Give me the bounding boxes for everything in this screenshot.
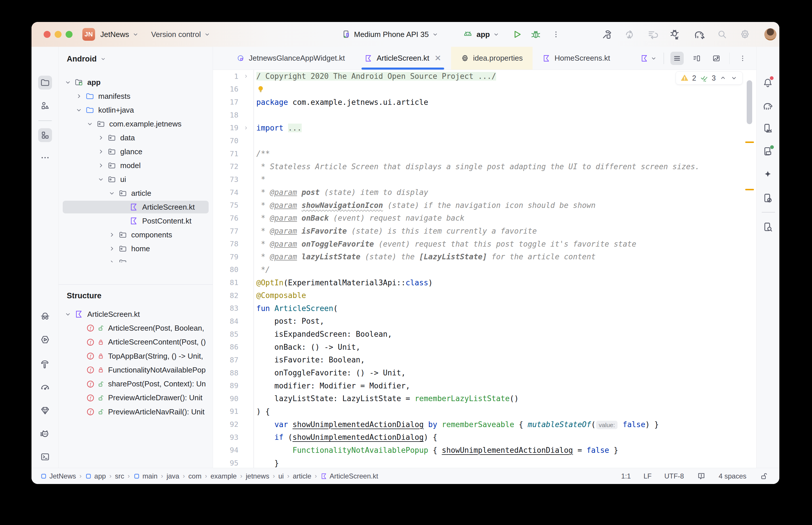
- user-avatar[interactable]: [764, 28, 777, 41]
- code-line-84[interactable]: 84 post: Post,: [213, 315, 756, 328]
- breadcrumb-item-src[interactable]: src: [115, 472, 124, 480]
- gradle-sync-icon[interactable]: [693, 22, 705, 47]
- panel-divider[interactable]: [59, 284, 213, 285]
- running-devices-icon[interactable]: [761, 145, 775, 158]
- debug-button[interactable]: [530, 22, 541, 47]
- notifications-bell-icon[interactable]: [761, 76, 775, 90]
- project-tool-icon[interactable]: [38, 76, 52, 90]
- editor-tab-JetnewsGlanceAppWidget.kt[interactable]: JetnewsGlanceAppWidget.kt: [227, 47, 355, 70]
- editor-tab-ArticleScreen.kt[interactable]: ArticleScreen.kt✕: [355, 47, 451, 70]
- breadcrumb-item-jetnews[interactable]: jetnews: [246, 472, 269, 480]
- breadcrumb-item-app[interactable]: app: [85, 472, 106, 480]
- build-hammer-icon[interactable]: [601, 22, 612, 47]
- project-view-selector[interactable]: Android: [67, 51, 106, 67]
- code-line-95[interactable]: 95 }: [213, 456, 756, 468]
- code-line-94[interactable]: 94 FunctionalityNotAvailablePopup { show…: [213, 444, 756, 457]
- breadcrumb-item-main[interactable]: main: [133, 472, 158, 480]
- project-tree-item-app[interactable]: app: [59, 75, 213, 89]
- code-line-17[interactable]: 17package com.example.jetnews.ui.article: [213, 95, 756, 109]
- previous-issue-icon[interactable]: [719, 74, 727, 82]
- device-explorer-icon[interactable]: [761, 220, 775, 234]
- gemini-sparkle-icon[interactable]: [761, 168, 775, 182]
- code-line-76[interactable]: 76 * @param onBack (event) request navig…: [213, 212, 756, 225]
- code-line-85[interactable]: 85 isExpandedScreen: Boolean,: [213, 328, 756, 341]
- close-icon[interactable]: ✕: [434, 54, 441, 63]
- structure-item[interactable]: fPreviewArticleNavRail(): Unit: [59, 405, 213, 419]
- line-ending[interactable]: LF: [644, 472, 652, 480]
- code-line-90[interactable]: 90 lazyListState: LazyListState = rememb…: [213, 392, 756, 405]
- breadcrumb-item-com[interactable]: com: [188, 472, 202, 480]
- code-line-79[interactable]: 79 * @param lazyListState (state) the [L…: [213, 250, 756, 264]
- code-line-18[interactable]: 18: [213, 109, 756, 122]
- run-configuration-selector[interactable]: app: [476, 22, 500, 47]
- breadcrumb-item-ArticleScreen.kt[interactable]: ArticleScreen.kt: [321, 472, 378, 480]
- inspections-widget[interactable]: 2 3: [676, 71, 743, 85]
- project-tree-item-ui[interactable]: ui: [59, 172, 213, 186]
- warning-stripe-mark[interactable]: [745, 141, 754, 143]
- code-line-77[interactable]: 77 * @param isFavorite (state) is this i…: [213, 225, 756, 238]
- chevron-down-icon[interactable]: [108, 190, 116, 197]
- code-line-87[interactable]: 87 isFavorite: Boolean,: [213, 354, 756, 366]
- file-lock-icon[interactable]: [759, 472, 768, 481]
- caret-position[interactable]: 1:1: [621, 472, 631, 480]
- chevron-down-icon[interactable]: [75, 106, 83, 114]
- window-close-button[interactable]: [44, 31, 50, 38]
- structure-tool-icon[interactable]: [38, 128, 52, 142]
- code-line-93[interactable]: 93 if (showUnimplementedActionDialog) {: [213, 431, 756, 444]
- running-devices-tool-icon[interactable]: [38, 333, 52, 347]
- fold-chevron-icon[interactable]: [238, 125, 253, 131]
- code-line-1[interactable]: 1/ Copyright 2020 The Android Open Sourc…: [213, 70, 756, 83]
- project-tree-item-components[interactable]: components: [59, 228, 213, 242]
- code-line-75[interactable]: 75 * @param showNavigationIcon (state) i…: [213, 199, 756, 212]
- code-line-88[interactable]: 88 onToggleFavorite: () -> Unit,: [213, 366, 756, 379]
- editor-view-mode-code-icon[interactable]: [670, 52, 684, 65]
- build-tool-icon[interactable]: [38, 357, 52, 371]
- editor-view-mode-preview-icon[interactable]: [710, 52, 723, 65]
- logcat-tool-icon[interactable]: [38, 427, 52, 441]
- code-line-82[interactable]: 82@Composable: [213, 289, 756, 302]
- resource-manager-icon[interactable]: [38, 99, 52, 112]
- chevron-right-icon[interactable]: [97, 148, 105, 155]
- code-line-19[interactable]: 19import ...: [213, 122, 756, 135]
- device-manager-icon[interactable]: [761, 121, 775, 135]
- breadcrumb-item-java[interactable]: java: [166, 472, 179, 480]
- code-lines[interactable]: 1/ Copyright 2020 The Android Open Sourc…: [213, 70, 756, 468]
- chevron-right-icon[interactable]: [75, 92, 83, 100]
- project-tree-item-kotlin+java[interactable]: kotlin+java: [59, 103, 213, 117]
- breadcrumb-item-article[interactable]: article: [293, 472, 311, 480]
- code-line-81[interactable]: 81@OptIn(ExperimentalMaterial3Api::class…: [213, 276, 756, 289]
- apply-changes-icon[interactable]: [624, 22, 635, 47]
- settings-gear-icon[interactable]: [739, 22, 751, 47]
- gradle-tool-icon[interactable]: [761, 99, 775, 112]
- intention-bulb-icon[interactable]: [256, 85, 265, 93]
- inspection-highlight-icon[interactable]: [697, 471, 706, 481]
- chevron-down-icon[interactable]: [86, 120, 94, 127]
- app-inspection-tool-icon[interactable]: [38, 404, 52, 418]
- project-tree-item-home[interactable]: home: [59, 242, 213, 256]
- hidden-tabs-dropdown[interactable]: [640, 54, 657, 62]
- editor-tab-idea.properties[interactable]: idea.properties: [451, 47, 533, 70]
- code-line-91[interactable]: 91) {: [213, 405, 756, 418]
- project-tree-item-com.example.jetnews[interactable]: com.example.jetnews: [59, 117, 213, 131]
- breadcrumb-item-JetNews[interactable]: JetNews: [40, 472, 76, 480]
- project-tree-item-manifests[interactable]: manifests: [59, 89, 213, 103]
- code-line-83[interactable]: 83fun ArticleScreen(: [213, 302, 756, 315]
- more-run-options-icon[interactable]: [552, 22, 560, 47]
- structure-root-item[interactable]: ArticleScreen.kt: [59, 307, 213, 321]
- code-line-73[interactable]: 73 *: [213, 173, 756, 186]
- window-zoom-button[interactable]: [65, 31, 73, 38]
- code-editor[interactable]: 1/ Copyright 2020 The Android Open Sourc…: [213, 70, 756, 468]
- breadcrumb-item-ui[interactable]: ui: [278, 472, 284, 480]
- structure-item[interactable]: fArticleScreenContent(Post, (): [59, 335, 213, 349]
- chevron-right-icon[interactable]: [108, 259, 116, 262]
- structure-item[interactable]: fsharePost(Post, Context): Un: [59, 377, 213, 391]
- editor-tab-HomeScreens.kt[interactable]: HomeScreens.kt: [533, 47, 620, 70]
- apply-code-changes-icon[interactable]: [647, 22, 658, 47]
- structure-item[interactable]: fTopAppBar(String, () -> Unit,: [59, 349, 213, 363]
- code-line-71[interactable]: 71/**: [213, 147, 756, 160]
- terminal-tool-icon[interactable]: [38, 450, 52, 464]
- breadcrumb-item-example[interactable]: example: [210, 472, 237, 480]
- device-selector[interactable]: Medium Phone API 35: [354, 22, 439, 47]
- code-line-78[interactable]: 78 * @param onToggleFavorite (event) req…: [213, 237, 756, 250]
- chevron-right-icon[interactable]: [108, 245, 116, 252]
